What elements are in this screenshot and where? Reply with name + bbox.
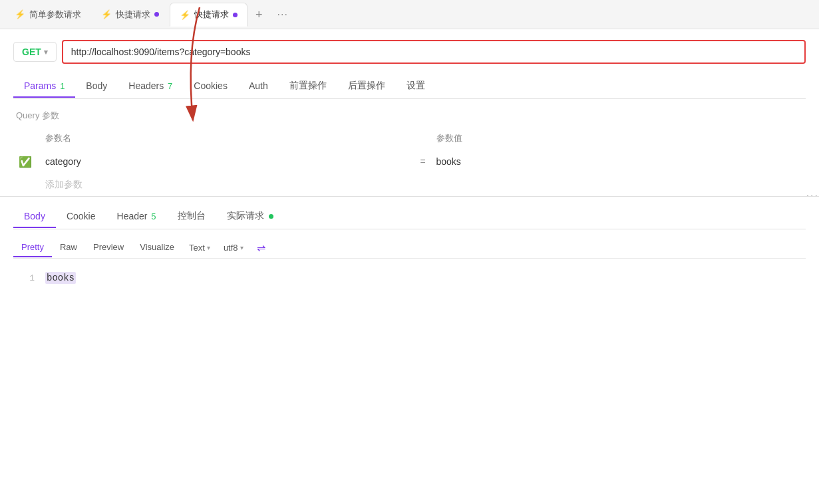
section-divider: ··· — [0, 196, 819, 197]
req-tab-body[interactable]: Body — [75, 75, 118, 98]
request-tabs: Params 1 Body Headers 7 Cookies Auth 前置操… — [13, 74, 806, 99]
wrap-icon-button[interactable]: ⇌ — [250, 237, 272, 258]
line-number-1: 1 — [24, 273, 35, 283]
query-params-label: Query 参数 — [13, 110, 806, 122]
code-content-1[interactable]: books — [45, 272, 76, 284]
format-tabs: Pretty Raw Preview Visualize Text ▾ utf8… — [13, 237, 806, 259]
code-area: 1 books — [13, 267, 806, 289]
tab-快捷请求-1[interactable]: ⚡ 快捷请求 — [92, 3, 168, 27]
divider-dots: ··· — [806, 189, 819, 201]
text-format-label: Text — [189, 243, 205, 253]
method-dropdown[interactable]: GET ▾ — [13, 42, 57, 62]
tab-add-button[interactable]: + — [249, 9, 269, 21]
req-tab-settings[interactable]: 设置 — [396, 74, 436, 98]
req-tab-post-op-label: 后置操作 — [348, 80, 385, 90]
col-value-header: 参数值 — [436, 132, 801, 144]
param-check-icon[interactable]: ✅ — [19, 156, 45, 168]
req-tab-auth[interactable]: Auth — [238, 75, 279, 98]
resp-tab-header-badge: 5 — [151, 211, 156, 221]
param-value-1[interactable]: books — [436, 156, 801, 167]
tab-dot-3 — [233, 13, 238, 17]
resp-tab-body-label: Body — [24, 211, 45, 221]
query-params-section: Query 参数 参数名 参数值 ✅ category = books — [13, 110, 806, 196]
tab-more-button[interactable]: ··· — [271, 9, 295, 21]
resp-tab-cookie-label: Cookie — [67, 211, 96, 221]
tab-bar: ⚡ 简单参数请求 ⚡ 快捷请求 ⚡ 快捷请求 + ··· — [0, 0, 819, 29]
format-tab-preview[interactable]: Preview — [85, 238, 132, 257]
req-tab-settings-label: 设置 — [407, 80, 425, 90]
resp-tab-actual-req-label: 实际请求 — [227, 210, 264, 221]
flash-icon-2: ⚡ — [101, 9, 112, 19]
req-tab-params-label: Params — [24, 80, 56, 91]
req-tab-headers-label: Headers — [128, 80, 164, 91]
text-format-chevron: ▾ — [207, 244, 210, 251]
format-tab-pretty[interactable]: Pretty — [13, 238, 52, 257]
encoding-label: utf8 — [224, 243, 238, 253]
req-tab-params-badge: 1 — [60, 81, 65, 91]
method-label: GET — [22, 47, 41, 57]
resp-tab-console[interactable]: 控制台 — [167, 205, 216, 229]
req-tab-headers-badge: 7 — [168, 81, 172, 91]
resp-tab-actual-req[interactable]: 实际请求 — [216, 205, 285, 229]
tab-dot-2 — [154, 12, 159, 17]
resp-tab-cookie[interactable]: Cookie — [56, 205, 106, 228]
req-tab-auth-label: Auth — [249, 80, 268, 91]
flash-icon-3: ⚡ — [180, 10, 190, 20]
resp-tab-header-label: Header — [117, 211, 148, 221]
param-name-1[interactable]: category — [45, 156, 410, 167]
wrap-icon: ⇌ — [257, 242, 265, 253]
format-tab-raw[interactable]: Raw — [52, 238, 85, 257]
format-tab-visualize-label: Visualize — [140, 242, 174, 252]
req-tab-cookies[interactable]: Cookies — [183, 75, 238, 98]
req-tab-cookies-label: Cookies — [194, 80, 228, 91]
resp-tab-body[interactable]: Body — [13, 205, 56, 228]
request-section: GET ▾ Params 1 Body Headers 7 Cookies Au… — [0, 29, 819, 196]
resp-tab-console-label: 控制台 — [178, 210, 206, 221]
method-chevron: ▾ — [44, 48, 48, 57]
format-tab-preview-label: Preview — [93, 242, 124, 252]
param-row-1: ✅ category = books — [13, 150, 806, 174]
format-tab-raw-label: Raw — [60, 242, 77, 252]
tab-简单参数请求[interactable]: ⚡ 简单参数请求 — [5, 3, 90, 27]
text-format-dropdown[interactable]: Text ▾ — [182, 239, 217, 257]
tab-快捷请求-2[interactable]: ⚡ 快捷请求 — [170, 3, 247, 27]
req-tab-post-op[interactable]: 后置操作 — [337, 74, 396, 98]
format-tab-visualize[interactable]: Visualize — [132, 238, 182, 257]
response-tabs: Body Cookie Header 5 控制台 实际请求 — [13, 205, 806, 229]
encoding-chevron: ▾ — [240, 244, 244, 251]
tab-label-1: 简单参数请求 — [29, 9, 81, 21]
flash-icon-1: ⚡ — [15, 9, 25, 19]
param-eq-1: = — [410, 156, 436, 167]
url-input[interactable] — [62, 40, 806, 64]
req-tab-pre-op-label: 前置操作 — [289, 80, 327, 90]
format-tab-pretty-label: Pretty — [21, 242, 44, 252]
req-tab-headers[interactable]: Headers 7 — [118, 75, 183, 98]
url-bar: GET ▾ — [13, 40, 806, 64]
req-tab-pre-op[interactable]: 前置操作 — [279, 74, 337, 98]
code-line-1: 1 books — [24, 272, 795, 284]
add-param-label[interactable]: 添加参数 — [13, 174, 806, 196]
params-header: 参数名 参数值 — [13, 130, 806, 147]
tab-label-2: 快捷请求 — [116, 9, 150, 21]
encoding-dropdown[interactable]: utf8 ▾ — [217, 239, 250, 257]
col-name-header: 参数名 — [45, 132, 410, 144]
response-section: Body Cookie Header 5 控制台 实际请求 Pretty Raw… — [0, 197, 819, 289]
req-tab-body-label: Body — [86, 80, 107, 91]
resp-tab-actual-req-dot — [269, 214, 273, 219]
resp-tab-header[interactable]: Header 5 — [106, 205, 167, 228]
tab-label-3: 快捷请求 — [194, 9, 229, 21]
req-tab-params[interactable]: Params 1 — [13, 75, 75, 98]
